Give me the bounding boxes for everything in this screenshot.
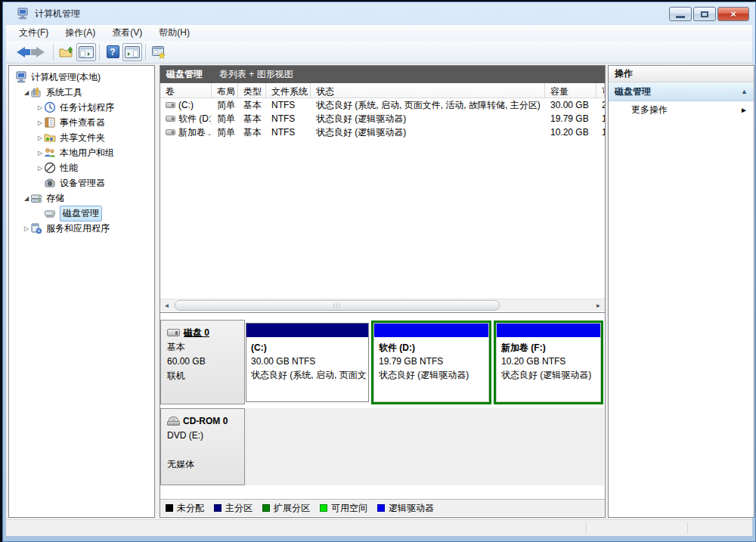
- partition-c[interactable]: (C:) 30.00 GB NTFS 状态良好 (系统, 启动, 页面文: [246, 323, 369, 402]
- disk0-type: 基本: [167, 340, 244, 355]
- column-header-layout[interactable]: 布局: [212, 83, 238, 98]
- tree-label: 设备管理器: [60, 177, 105, 190]
- volume-list-pane: 卷 布局 类型 文件系统 状态 容量 可 (C:) 简单 基本 NT: [160, 83, 605, 311]
- event-viewer-icon: [44, 116, 56, 129]
- volume-row-f[interactable]: 新加卷 ... 简单 基本 NTFS 状态良好 (逻辑驱动器) 10.20 GB…: [160, 125, 605, 139]
- tree-label: 存储: [46, 192, 64, 205]
- tree-item-local-users-groups[interactable]: ▷ 本地用户和组: [9, 145, 154, 160]
- forward-button[interactable]: [30, 43, 50, 61]
- volume-name: 新加卷 ...: [178, 127, 212, 138]
- shared-folder-icon: [44, 132, 56, 144]
- back-button[interactable]: [11, 43, 30, 61]
- expand-icon[interactable]: ▷: [36, 165, 44, 172]
- menu-help[interactable]: 帮助(H): [150, 24, 198, 42]
- legend-label: 扩展分区: [274, 502, 310, 515]
- window-title: 计算机管理: [35, 8, 80, 20]
- show-console-tree-button[interactable]: [76, 43, 96, 61]
- scrollbar-thumb[interactable]: ⁞⁞⁞: [175, 300, 500, 311]
- statusbar-separator: [586, 522, 587, 534]
- collapse-icon[interactable]: ◢: [23, 89, 30, 96]
- tree-item-system-tools[interactable]: ◢ 系统工具: [9, 85, 154, 100]
- volume-row-d[interactable]: 软件 (D:) 简单 基本 NTFS 状态良好 (逻辑驱动器) 19.79 GB…: [160, 112, 605, 125]
- help-button[interactable]: ?: [103, 43, 122, 61]
- partition-f-selected[interactable]: 新加卷 (F:) 10.20 GB NTFS 状态良好 (逻辑驱动器): [496, 323, 601, 402]
- volume-free: 2: [596, 100, 605, 110]
- tree-item-event-viewer[interactable]: ▷ 事件查看器: [9, 115, 154, 130]
- system-tools-icon: [30, 86, 42, 98]
- tree-item-shared-folders[interactable]: ▷ 共享文件夹: [9, 130, 154, 145]
- actions-section-disk-management[interactable]: 磁盘管理 ▲: [609, 82, 754, 101]
- tree-item-task-scheduler[interactable]: ▷ 任务计划程序: [9, 100, 154, 115]
- menu-file[interactable]: 文件(F): [11, 24, 57, 42]
- menubar: 文件(F) 操作(A) 查看(V) 帮助(H): [6, 25, 752, 41]
- console-window-button[interactable]: [149, 43, 169, 61]
- column-header-status[interactable]: 状态: [311, 83, 545, 98]
- tree-item-storage[interactable]: ◢ 存储: [9, 190, 154, 206]
- partition-d[interactable]: 软件 (D:) 19.79 GB NTFS 状态良好 (逻辑驱动器): [373, 323, 489, 402]
- actions-panel: 操作 磁盘管理 ▲ 更多操作 ►: [608, 65, 754, 518]
- up-folder-button[interactable]: [57, 43, 76, 61]
- partition-d-name: 软件 (D:): [379, 341, 488, 355]
- partition-f-name: 新加卷 (F:): [501, 341, 600, 355]
- tree-item-device-manager[interactable]: ▷ 设备管理器: [9, 175, 154, 190]
- volume-type: 基本: [238, 113, 266, 125]
- storage-icon: [30, 192, 42, 204]
- maximize-button[interactable]: [693, 7, 716, 21]
- column-header-volume[interactable]: 卷: [160, 83, 212, 98]
- disk0-info-box[interactable]: 磁盘 0 基本 60.00 GB 联机: [160, 320, 245, 404]
- tree-label: 任务计划程序: [60, 101, 114, 114]
- panel-view-mode: 卷列表 + 图形视图: [219, 68, 293, 81]
- volume-table-header: 卷 布局 类型 文件系统 状态 容量 可: [160, 83, 605, 98]
- minimize-button[interactable]: [669, 7, 692, 21]
- computer-icon: [15, 71, 27, 83]
- scroll-left-button[interactable]: ◄: [160, 299, 173, 311]
- panel-title: 磁盘管理: [166, 68, 203, 81]
- partition-d-size: 19.79 GB NTFS: [379, 355, 488, 368]
- disk0-size: 60.00 GB: [167, 355, 244, 369]
- cdrom-name: CD-ROM 0: [183, 416, 228, 426]
- column-header-filesystem[interactable]: 文件系统: [266, 83, 311, 98]
- show-action-pane-button[interactable]: [122, 43, 142, 61]
- partition-c-color-band: [246, 324, 368, 337]
- volume-status: 状态良好 (逻辑驱动器): [311, 126, 545, 139]
- more-actions-item[interactable]: 更多操作 ►: [609, 101, 754, 118]
- expand-icon[interactable]: ▷: [36, 150, 44, 156]
- scroll-right-button[interactable]: ►: [592, 299, 605, 311]
- volume-free: 1: [596, 113, 605, 124]
- horizontal-scrollbar[interactable]: ◄ ⁞⁞⁞ ►: [160, 299, 605, 311]
- column-header-free[interactable]: 可: [596, 83, 605, 98]
- column-header-type[interactable]: 类型: [238, 83, 266, 98]
- cdrom-icon: [167, 417, 179, 426]
- graphical-view-pane: 磁盘 0 基本 60.00 GB 联机 (C:) 30.00 GB NTFS 状…: [160, 312, 605, 517]
- expand-icon[interactable]: ▷: [23, 225, 30, 232]
- expand-icon[interactable]: ▷: [36, 104, 44, 111]
- disk0-status: 联机: [167, 369, 244, 383]
- collapse-icon[interactable]: ◢: [23, 195, 30, 202]
- menu-action[interactable]: 操作(A): [57, 24, 104, 42]
- tree-item-services-applications[interactable]: ▷ 服务和应用程序: [9, 221, 154, 236]
- menu-view[interactable]: 查看(V): [104, 24, 150, 42]
- tree-item-disk-management[interactable]: ▷ 磁盘管理: [9, 206, 154, 221]
- submenu-arrow-icon: ►: [740, 106, 748, 114]
- tree-item-computer-management[interactable]: 计算机管理(本地): [9, 70, 154, 85]
- statusbar-separator: [687, 522, 688, 534]
- volume-row-c[interactable]: (C:) 简单 基本 NTFS 状态良好 (系统, 启动, 页面文件, 活动, …: [160, 98, 605, 112]
- close-button[interactable]: ×: [717, 7, 749, 21]
- device-manager-icon: [44, 177, 56, 189]
- tree-label: 本地用户和组: [60, 147, 114, 160]
- tree-label: 事件查看器: [60, 116, 105, 129]
- tree-label: 服务和应用程序: [46, 222, 110, 235]
- column-header-capacity[interactable]: 容量: [545, 83, 596, 98]
- primary-partition-swatch: [214, 504, 222, 512]
- titlebar[interactable]: 计算机管理 ×: [3, 2, 755, 24]
- toolbar: ?: [6, 41, 752, 63]
- extended-partition-frame-f: 新加卷 (F:) 10.20 GB NTFS 状态良好 (逻辑驱动器): [494, 321, 603, 404]
- users-icon: [44, 147, 56, 159]
- tree-item-performance[interactable]: ▷ 性能: [9, 160, 154, 175]
- expand-icon[interactable]: ▷: [36, 119, 44, 126]
- partition-d-color-band: [374, 324, 488, 337]
- collapse-section-icon[interactable]: ▲: [741, 88, 748, 95]
- disk-management-icon: [44, 207, 56, 219]
- expand-icon[interactable]: ▷: [36, 135, 44, 141]
- cdrom-info-box[interactable]: CD-ROM 0 DVD (E:) 无媒体: [160, 408, 245, 485]
